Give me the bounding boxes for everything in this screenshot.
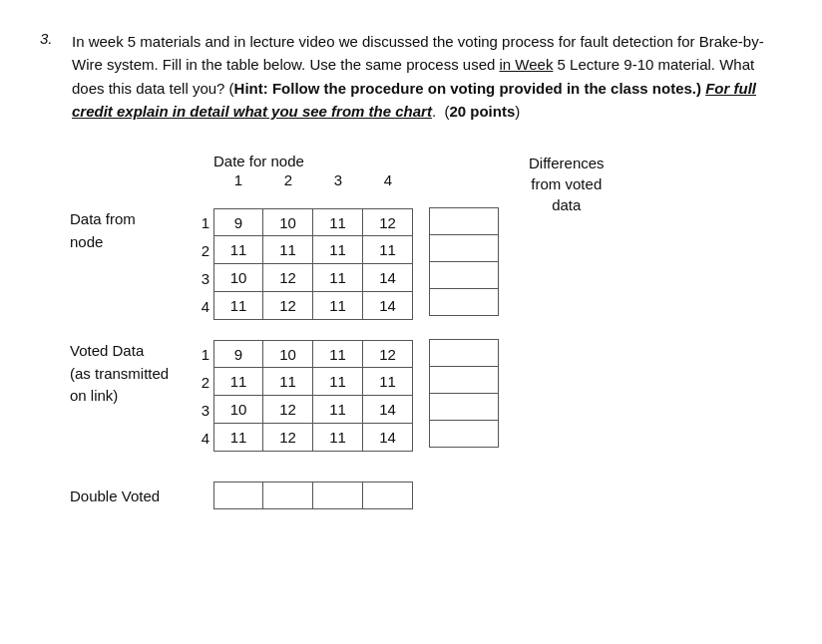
table-row: 2 11 11 11 11: [186, 368, 413, 396]
double-voted-label: Double Voted: [70, 487, 170, 504]
cell[interactable]: 10: [263, 208, 313, 236]
cell[interactable]: 9: [213, 208, 263, 236]
col-num-3: 3: [313, 171, 363, 188]
voted-data-table: 1 9 10 11 12 2 11 11 11 11: [186, 340, 413, 452]
hint-label: Hint:: [234, 80, 268, 97]
cell[interactable]: 11: [263, 236, 313, 264]
points-text: 20 points: [449, 103, 515, 120]
cell[interactable]: 11: [313, 292, 363, 320]
table-row: 1 9 10 11 12: [186, 208, 413, 236]
cell[interactable]: 10: [213, 396, 263, 424]
cell[interactable]: 12: [263, 292, 313, 320]
cell[interactable]: 12: [263, 264, 313, 292]
cell[interactable]: 11: [213, 236, 263, 264]
differences-label: Differences from voted data: [529, 153, 605, 215]
date-for-node-label: Date for node: [186, 153, 304, 169]
cell[interactable]: 11: [313, 208, 363, 236]
cell[interactable]: 11: [213, 424, 263, 452]
row-num: 3: [186, 270, 213, 287]
table-row: 4 11 12 11 14: [186, 292, 413, 320]
cell[interactable]: 12: [263, 424, 313, 452]
table-row: 3 10 12 11 14: [186, 264, 413, 292]
row-num: 4: [186, 430, 213, 447]
double-voted-cells: [213, 482, 413, 509]
voted-data-label: Voted Data (as transmitted on link): [70, 340, 170, 408]
dv-cell[interactable]: [313, 482, 363, 509]
diff-boxes-voted-data: [429, 340, 499, 448]
cell[interactable]: 11: [363, 368, 413, 396]
cell[interactable]: 12: [363, 208, 413, 236]
underline-text: in Week: [500, 56, 554, 73]
dv-cell[interactable]: [363, 482, 413, 509]
cell[interactable]: 9: [213, 340, 263, 368]
cell[interactable]: 11: [363, 236, 413, 264]
dv-cell[interactable]: [263, 482, 313, 509]
cell[interactable]: 12: [363, 340, 413, 368]
cell[interactable]: 10: [213, 264, 263, 292]
voted-data-group: Voted Data (as transmitted on link) 1 9 …: [70, 340, 499, 452]
diff-box[interactable]: [429, 366, 499, 394]
diff-box[interactable]: [429, 207, 499, 235]
table-row: 2 11 11 11 11: [186, 236, 413, 264]
data-from-node-group: Data from node 1 9 10 11 12 2: [70, 208, 499, 320]
cell[interactable]: 11: [313, 368, 363, 396]
col-num-4: 4: [363, 171, 413, 188]
diff-box[interactable]: [429, 234, 499, 262]
diff-box[interactable]: [429, 393, 499, 421]
col-header-area: Date for node 1 2 3 4: [186, 153, 413, 188]
header-area: Date for node 1 2 3 4: [70, 153, 499, 188]
hint-text: Follow the procedure on voting provided …: [272, 80, 701, 97]
row-num: 4: [186, 298, 213, 315]
row-num: 2: [186, 374, 213, 391]
cell[interactable]: 11: [313, 396, 363, 424]
diff-box[interactable]: [429, 420, 499, 448]
cell[interactable]: 11: [213, 292, 263, 320]
diff-box[interactable]: [429, 288, 499, 316]
col-num-1: 1: [213, 171, 263, 188]
cell[interactable]: 11: [313, 424, 363, 452]
cell[interactable]: 11: [313, 264, 363, 292]
table-section: Date for node 1 2 3 4 Data from node: [70, 153, 782, 509]
row-num: 2: [186, 242, 213, 259]
col-numbers-row: 1 2 3 4: [213, 171, 413, 188]
question-block: 3. In week 5 materials and in lecture vi…: [40, 30, 782, 123]
cell[interactable]: 14: [363, 396, 413, 424]
question-text: In week 5 materials and in lecture video…: [72, 30, 782, 123]
table-row: 3 10 12 11 14: [186, 396, 413, 424]
cell[interactable]: 11: [313, 340, 363, 368]
row-num: 1: [186, 214, 213, 231]
row-num: 3: [186, 402, 213, 419]
differences-column: Differences from voted data: [529, 153, 605, 219]
cell[interactable]: 11: [263, 368, 313, 396]
diff-box[interactable]: [429, 261, 499, 289]
dv-cell[interactable]: [213, 482, 263, 509]
col-num-2: 2: [263, 171, 313, 188]
cell[interactable]: 11: [313, 236, 363, 264]
data-from-node-table: 1 9 10 11 12 2 11 11 11 11: [186, 208, 413, 320]
question-number: 3.: [40, 30, 60, 123]
row-num: 1: [186, 346, 213, 363]
diff-box[interactable]: [429, 339, 499, 367]
left-tables: Date for node 1 2 3 4 Data from node: [70, 153, 499, 509]
cell[interactable]: 12: [263, 396, 313, 424]
table-row: 4 11 12 11 14: [186, 424, 413, 452]
cell[interactable]: 14: [363, 424, 413, 452]
main-layout: Date for node 1 2 3 4 Data from node: [70, 153, 605, 509]
cell[interactable]: 14: [363, 292, 413, 320]
data-from-node-label: Data from node: [70, 208, 170, 253]
voted-data-grid: 1 9 10 11 12 2 11 11 11 11: [186, 340, 413, 452]
table-row: 1 9 10 11 12: [186, 340, 413, 368]
diff-boxes-data-from-node: [429, 208, 499, 316]
double-voted-section: Double Voted: [70, 482, 499, 509]
cell[interactable]: 11: [213, 368, 263, 396]
cell[interactable]: 10: [263, 340, 313, 368]
data-from-node-grid: 1 9 10 11 12 2 11 11 11 11: [186, 208, 413, 320]
cell[interactable]: 14: [363, 264, 413, 292]
